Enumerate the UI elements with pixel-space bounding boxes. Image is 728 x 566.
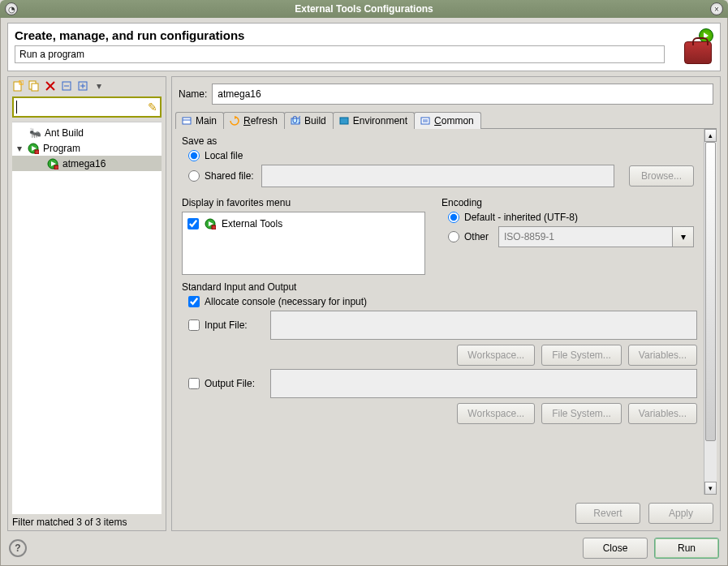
svg-rect-23 xyxy=(421,118,429,124)
header-main-text: Create, manage, and run configurations xyxy=(15,28,665,42)
encoding-dropdown-button: ▾ xyxy=(673,226,694,247)
header-card: Create, manage, and run configurations xyxy=(7,23,721,71)
io-title: Standard Input and Output xyxy=(182,281,697,293)
config-tree[interactable]: 🐜 Ant Build ▾ Program atmega16 xyxy=(12,122,162,514)
tab-build[interactable]: 010 Build xyxy=(284,112,334,129)
filter-box[interactable]: ✎ xyxy=(12,96,162,118)
left-toolbar: ▾ xyxy=(8,77,166,95)
encoding-default-label: Default - inherited (UTF-8) xyxy=(464,212,578,223)
favorites-label: Display in favorites menu xyxy=(182,197,425,208)
input-file-field xyxy=(270,311,697,340)
build-tab-icon: 010 xyxy=(290,115,301,126)
input-filesystem-button: File System... xyxy=(541,345,622,366)
input-workspace-button: Workspace... xyxy=(457,345,535,366)
left-panel: ▾ ✎ 🐜 Ant Build ▾ Program at xyxy=(7,76,166,531)
header-sub-text xyxy=(15,45,665,63)
shared-file-radio[interactable] xyxy=(188,170,200,182)
program-icon xyxy=(27,142,40,155)
content-scrollbar[interactable]: ▴ ▾ xyxy=(704,129,717,495)
expand-all-icon[interactable] xyxy=(76,79,89,92)
output-workspace-button: Workspace... xyxy=(457,403,535,424)
output-file-check[interactable] xyxy=(188,378,200,389)
favorite-external-tools-check[interactable] xyxy=(187,218,199,229)
window-title: External Tools Configurations xyxy=(295,3,433,15)
main-tab-icon xyxy=(181,115,192,126)
dropdown-arrow-icon[interactable]: ▾ xyxy=(93,79,106,92)
input-file-label: Input File: xyxy=(205,319,265,331)
filter-status: Filter matched 3 of 3 items xyxy=(8,514,166,530)
window-close-button[interactable]: × xyxy=(710,2,723,15)
delete-config-icon[interactable] xyxy=(44,79,57,92)
collapse-all-icon[interactable] xyxy=(60,79,73,92)
favorites-box: External Tools xyxy=(182,212,425,275)
tree-item-atmega16[interactable]: atmega16 xyxy=(12,156,162,171)
expander-icon[interactable]: ▾ xyxy=(15,143,24,154)
favorite-external-tools-label: External Tools xyxy=(222,218,282,229)
svg-rect-22 xyxy=(340,118,348,124)
encoding-label: Encoding xyxy=(442,197,697,208)
encoding-other-field xyxy=(498,226,673,247)
input-file-check[interactable] xyxy=(188,319,200,331)
scroll-thumb[interactable] xyxy=(705,142,716,441)
ant-icon: 🐜 xyxy=(28,126,41,139)
allocate-console-check[interactable] xyxy=(188,296,200,307)
output-filesystem-button: File System... xyxy=(541,403,622,424)
run-button[interactable]: Run xyxy=(654,538,719,559)
header-icon xyxy=(671,28,713,64)
allocate-console-label: Allocate console (necessary for input) xyxy=(205,296,367,307)
help-button[interactable]: ? xyxy=(9,539,27,557)
footer: ? Close Run xyxy=(1,531,727,565)
tabstrip: Main Refresh 010 Build Environment Commo… xyxy=(175,111,717,129)
tab-refresh[interactable]: Refresh xyxy=(223,112,285,129)
window-body: Create, manage, and run configurations ▾… xyxy=(0,18,728,566)
svg-rect-13 xyxy=(35,150,39,154)
common-tab-icon xyxy=(420,115,431,126)
apply-button: Apply xyxy=(648,503,713,524)
tab-content: Save as Local file Shared file: Browse..… xyxy=(175,129,704,495)
output-variables-button: Variables... xyxy=(628,403,697,424)
name-label: Name: xyxy=(179,88,207,100)
revert-button: Revert xyxy=(575,503,640,524)
window-menu-button[interactable]: ◔ xyxy=(5,2,18,15)
tree-item-ant-build[interactable]: 🐜 Ant Build xyxy=(12,125,162,140)
saveas-label: Save as xyxy=(182,135,697,147)
refresh-tab-icon xyxy=(229,115,240,126)
input-variables-button: Variables... xyxy=(628,345,697,366)
name-input[interactable] xyxy=(212,84,713,105)
svg-rect-3 xyxy=(32,84,38,91)
encoding-other-radio[interactable] xyxy=(448,231,459,242)
program-icon xyxy=(46,157,59,170)
duplicate-config-icon[interactable] xyxy=(28,79,41,92)
svg-rect-28 xyxy=(212,225,216,229)
external-tools-icon xyxy=(204,217,217,230)
shared-file-field xyxy=(261,165,614,187)
tab-main[interactable]: Main xyxy=(175,112,224,129)
close-button[interactable]: Close xyxy=(583,538,648,559)
new-config-icon[interactable] xyxy=(11,79,24,92)
titlebar: ◔ External Tools Configurations × xyxy=(0,0,728,18)
browse-button: Browse... xyxy=(629,165,694,187)
toolbox-icon xyxy=(684,41,712,64)
svg-text:010: 010 xyxy=(292,116,300,126)
local-file-label: Local file xyxy=(205,150,243,161)
svg-rect-0 xyxy=(14,82,21,91)
tab-environment[interactable]: Environment xyxy=(333,112,415,129)
shared-file-label: Shared file: xyxy=(205,170,256,182)
right-panel: Name: Main Refresh 010 Build E xyxy=(171,76,721,531)
tab-common[interactable]: Common xyxy=(414,112,481,129)
encoding-other-label: Other xyxy=(464,231,493,242)
favorite-external-tools[interactable]: External Tools xyxy=(186,216,421,232)
scroll-down-button[interactable]: ▾ xyxy=(704,482,717,495)
svg-rect-17 xyxy=(183,118,191,124)
output-file-label: Output File: xyxy=(205,378,265,389)
local-file-radio[interactable] xyxy=(188,150,200,161)
svg-rect-16 xyxy=(54,165,58,169)
scroll-track[interactable] xyxy=(704,142,717,482)
scroll-up-button[interactable]: ▴ xyxy=(704,129,717,142)
environment-tab-icon xyxy=(338,115,350,126)
clear-filter-icon[interactable]: ✎ xyxy=(148,101,157,114)
filter-input[interactable] xyxy=(17,101,148,113)
tree-item-program[interactable]: ▾ Program xyxy=(12,140,162,156)
encoding-default-radio[interactable] xyxy=(448,212,459,223)
output-file-field xyxy=(270,369,697,398)
